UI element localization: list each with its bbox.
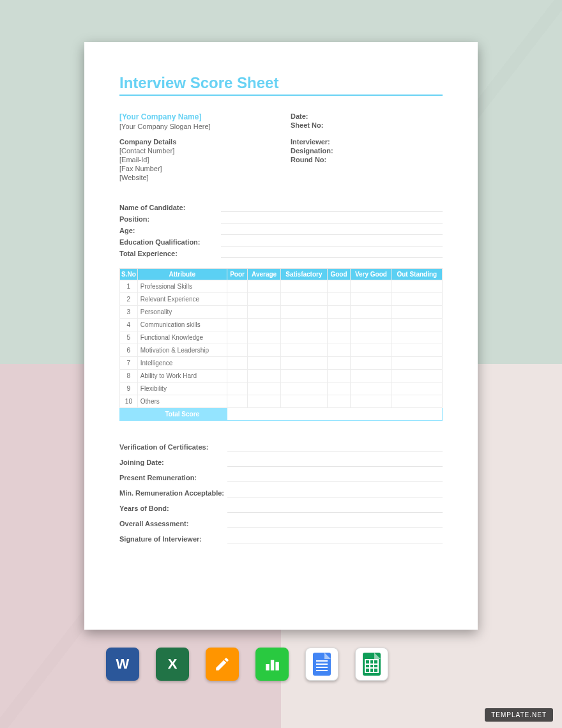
excel-icon[interactable]: X bbox=[156, 648, 189, 681]
cell bbox=[248, 370, 281, 383]
cell bbox=[327, 357, 350, 370]
table-row: 10Others bbox=[120, 395, 443, 408]
th-attribute: Attribute bbox=[137, 269, 227, 280]
company-detail: [Website] bbox=[119, 174, 271, 181]
field-label: Joining Date: bbox=[119, 459, 225, 466]
cell bbox=[351, 395, 391, 408]
meta-date-label: Date: bbox=[291, 112, 443, 120]
document-title: Interview Score Sheet bbox=[119, 74, 443, 96]
cell bbox=[351, 383, 391, 395]
cell bbox=[120, 408, 138, 421]
cell bbox=[248, 395, 281, 408]
cell bbox=[391, 395, 442, 408]
cell bbox=[227, 357, 248, 370]
cell bbox=[280, 357, 327, 370]
table-row: 6Motivation & Leadership bbox=[120, 344, 443, 357]
field-row: Position: bbox=[119, 215, 443, 224]
cell bbox=[391, 383, 442, 395]
table-row: 7Intelligence bbox=[120, 357, 443, 370]
field-input-line bbox=[227, 458, 443, 467]
cell bbox=[227, 280, 248, 293]
cell bbox=[227, 408, 442, 421]
pen-icon bbox=[214, 656, 231, 672]
icon-letter: X bbox=[168, 656, 178, 672]
cell bbox=[280, 280, 327, 293]
cell bbox=[227, 370, 248, 383]
cell-sn: 9 bbox=[120, 383, 138, 395]
field-input-line bbox=[221, 203, 443, 212]
cell-attribute: Communication skills bbox=[137, 319, 227, 331]
cell bbox=[227, 306, 248, 319]
format-icons-row: W X bbox=[106, 648, 388, 681]
field-label: Min. Remuneration Acceptable: bbox=[119, 489, 225, 497]
icon-letter: W bbox=[116, 656, 130, 672]
company-detail: [Fax Number] bbox=[119, 165, 271, 172]
cell bbox=[351, 331, 391, 344]
cell bbox=[248, 383, 281, 395]
score-table: S.No Attribute Poor Average Satisfactory… bbox=[119, 268, 443, 421]
cell-sn: 8 bbox=[120, 370, 138, 383]
th-outstanding: Out Standing bbox=[391, 269, 442, 280]
document-page: Interview Score Sheet [Your Company Name… bbox=[84, 42, 478, 630]
cell bbox=[280, 331, 327, 344]
cell bbox=[327, 395, 350, 408]
cell-attribute: Relevant Experience bbox=[137, 293, 227, 306]
cell bbox=[248, 306, 281, 319]
cell bbox=[327, 293, 350, 306]
cell bbox=[391, 306, 442, 319]
table-row: 4Communication skills bbox=[120, 319, 443, 331]
field-input-line bbox=[221, 215, 443, 224]
th-good: Good bbox=[327, 269, 350, 280]
table-row: 5Functional Knowledge bbox=[120, 331, 443, 344]
field-label: Name of Candidate: bbox=[119, 204, 218, 211]
preview-frame: Interview Score Sheet [Your Company Name… bbox=[29, 29, 533, 699]
field-label: Total Experience: bbox=[119, 250, 218, 257]
word-icon[interactable]: W bbox=[106, 648, 139, 681]
cell-attribute: Functional Knowledge bbox=[137, 331, 227, 344]
cell bbox=[280, 319, 327, 331]
cell bbox=[227, 383, 248, 395]
field-label: Education Qualification: bbox=[119, 238, 218, 246]
cell bbox=[391, 280, 442, 293]
cell bbox=[227, 331, 248, 344]
cell-attribute: Others bbox=[137, 395, 227, 408]
cell bbox=[327, 306, 350, 319]
google-docs-icon[interactable] bbox=[305, 648, 338, 681]
company-details-heading: Company Details bbox=[119, 138, 271, 146]
cell bbox=[351, 319, 391, 331]
numbers-icon[interactable] bbox=[255, 648, 289, 681]
cell-sn: 4 bbox=[120, 319, 138, 331]
cell bbox=[248, 280, 281, 293]
field-input-line bbox=[227, 443, 443, 451]
company-slogan-placeholder: [Your Company Slogan Here] bbox=[119, 123, 271, 130]
cell-sn: 3 bbox=[120, 306, 138, 319]
google-sheets-icon[interactable] bbox=[355, 648, 388, 681]
cell bbox=[351, 344, 391, 357]
th-average: Average bbox=[248, 269, 281, 280]
field-input-line bbox=[227, 504, 443, 513]
cell bbox=[327, 383, 350, 395]
field-row: Verification of Certificates: bbox=[119, 443, 443, 451]
field-row: Signature of Interviewer: bbox=[119, 535, 443, 543]
cell bbox=[248, 293, 281, 306]
table-row: 2Relevant Experience bbox=[120, 293, 443, 306]
cell bbox=[327, 331, 350, 344]
th-sno: S.No bbox=[120, 269, 138, 280]
cell-attribute: Ability to Work Hard bbox=[137, 370, 227, 383]
cell bbox=[248, 344, 281, 357]
field-row: Years of Bond: bbox=[119, 504, 443, 513]
field-row: Present Remuneration: bbox=[119, 473, 443, 482]
total-label: Total Score bbox=[137, 408, 227, 421]
pages-icon[interactable] bbox=[206, 648, 239, 681]
total-row: Total Score bbox=[120, 408, 443, 421]
cell bbox=[280, 293, 327, 306]
field-input-line bbox=[227, 535, 443, 543]
field-row: Total Experience: bbox=[119, 249, 443, 258]
field-input-line bbox=[227, 473, 443, 482]
cell-sn: 5 bbox=[120, 331, 138, 344]
cell bbox=[227, 395, 248, 408]
cell bbox=[280, 344, 327, 357]
cell bbox=[391, 344, 442, 357]
cell-sn: 1 bbox=[120, 280, 138, 293]
cell bbox=[280, 306, 327, 319]
